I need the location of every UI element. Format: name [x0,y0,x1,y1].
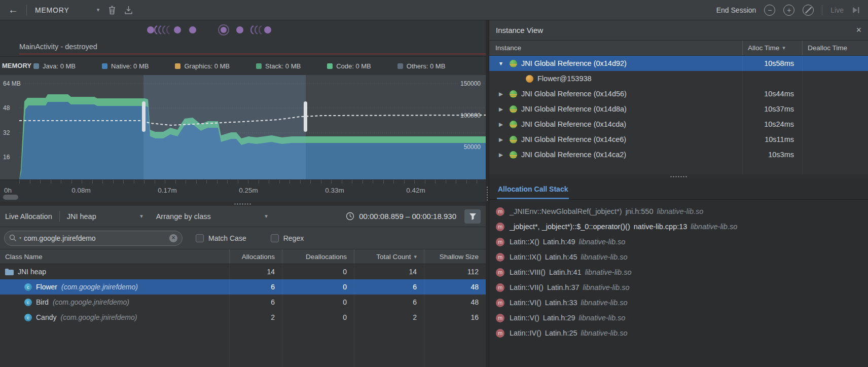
expand-icon[interactable]: ▶ [496,136,505,142]
stack-frame[interactable]: m Latin::V() Latin.h:29 libnative-lib.so [489,310,868,325]
activity-label: MainActivity - destroyed [19,43,97,51]
stack-frame[interactable]: m Latin::IX() Latin.h:45 libnative-lib.s… [489,249,868,265]
end-session-button[interactable]: End Session [716,6,756,14]
instance-row[interactable]: ▶ JNI Global Reference (0x14cda) 10s24ms [489,117,868,132]
column-dealloc-time[interactable]: Dealloc Time [802,41,868,55]
legend-code: Code: 0 MB [327,62,371,70]
session-selector[interactable]: MEMORY ▾ [35,6,100,14]
shallow-size-value: 112 [424,264,486,279]
column-shallow-size[interactable]: Shallow Size [424,249,486,264]
table-row-bird[interactable]: c Bird (com.google.jnirefdemo) 6 0 6 48 [0,295,486,310]
timeline-scrollbar[interactable] [3,195,18,200]
stack-frame[interactable]: m Latin::VII() Latin.h:37 libnative-lib.… [489,280,868,295]
alloc-time-value: 10s11ms [742,132,802,147]
column-allocations[interactable]: Allocations [229,249,282,264]
table-row-flower[interactable]: c Flower (com.google.jnirefdemo) 6 0 6 4… [0,279,486,295]
close-icon[interactable]: × [856,25,861,35]
clear-search-button[interactable]: × [169,234,177,242]
memory-legend: MEMORY Java: 0 MB Native: 0 MB Graphics:… [0,57,486,75]
jni-ref-icon [510,121,517,128]
clock-icon [346,212,354,221]
instance-row[interactable]: ▼ JNI Global Reference (0x14d92) 10s58ms [489,56,868,71]
code-swatch [327,63,333,69]
frame-signature: Latin::X() [510,238,539,246]
column-instance[interactable]: Instance [489,41,742,55]
table-row-candy[interactable]: c Candy (com.google.jnirefdemo) 2 0 2 16 [0,310,486,325]
search-input[interactable] [24,234,167,242]
horizontal-splitter[interactable] [0,202,486,206]
time-axis: 0h 0.08m 0.17m 0.25m 0.33m 0.42m [0,179,486,202]
match-case-checkbox[interactable] [196,234,204,242]
arrange-selector[interactable]: Arrange by class ▾ [156,212,268,221]
horizontal-splitter[interactable] [489,174,868,178]
stack-frame[interactable]: m Latin::VIII() Latin.h:41 libnative-lib… [489,265,868,280]
tab-allocation-call-stack[interactable]: Allocation Call Stack [497,185,569,199]
y-axis-label: 48 [3,104,10,112]
regex-checkbox[interactable] [271,234,279,242]
native-swatch [102,63,107,69]
time-selection-region[interactable] [143,75,306,179]
frame-library: libnative-lib.so [691,223,737,231]
instance-row[interactable]: ▶ JNI Global Reference (0x14d56) 10s44ms [489,86,868,101]
legend-label: Code: 0 MB [336,62,371,70]
x-tick-label: 0.17m [158,187,177,194]
heap-name: JNI heap [18,268,46,276]
stack-frame[interactable]: m Latin::VI() Latin.h:33 libnative-lib.s… [489,295,868,310]
jni-ref-icon [510,136,517,143]
instance-table-header: Instance Alloc Time▾ Dealloc Time [489,41,868,56]
selection-left-handle[interactable] [142,101,146,132]
chevron-down-icon: ▾ [97,7,100,13]
frame-signature: Latin::V() [510,314,539,322]
total-count-value: 14 [354,264,424,279]
instance-row[interactable]: ▶ JNI Global Reference (0x14d8a) 10s37ms [489,101,868,117]
frame-location: Latin.h:49 [543,238,575,246]
activity-lifecycle-bar [19,53,486,55]
minus-icon: − [768,6,772,14]
expand-icon[interactable]: ▶ [496,121,505,127]
regex-option[interactable]: Regex [271,234,304,242]
stack-frame[interactable]: m _JNIEnv::NewGlobalRef(_jobject*) jni.h… [489,204,868,219]
table-row-jni-heap[interactable]: JNI heap 14 0 14 112 [0,264,486,279]
back-button[interactable]: ← [8,4,18,16]
live-button[interactable]: Live [830,6,844,14]
shallow-size-value: 48 [424,279,486,295]
search-options-caret[interactable]: ▾ [19,236,21,240]
expand-icon[interactable]: ▶ [496,91,505,97]
zoom-out-button[interactable]: − [764,5,775,16]
class-package: (com.google.jnirefdemo) [60,313,137,321]
column-alloc-time[interactable]: Alloc Time▾ [742,41,802,55]
stack-frame[interactable]: m _jobject*, _jobject*)::$_0::operator()… [489,219,868,234]
toolbar-separator [59,211,60,222]
method-icon: m [496,268,504,277]
reset-zoom-button[interactable] [803,5,814,16]
zoom-in-button[interactable]: + [783,5,794,16]
frame-signature: Latin::VIII() [510,268,546,276]
class-name: Bird [36,298,49,306]
memory-chart[interactable]: 64 MB 48 32 16 150000 100000 50000 [0,75,486,179]
export-session-button[interactable] [124,6,133,15]
delete-session-button[interactable] [108,6,116,15]
skip-to-end-button[interactable] [852,7,860,14]
alloc-time-value: 10s24ms [742,117,802,132]
selection-right-handle[interactable] [304,101,307,132]
instance-row[interactable]: ▶ JNI Global Reference (0x14ca2) 10s3ms [489,147,868,162]
class-package: (com.google.jnirefdemo) [53,298,129,306]
instance-child-row[interactable]: Flower@153938 [489,71,868,86]
expand-icon[interactable]: ▶ [496,106,505,112]
instance-row[interactable]: ▶ JNI Global Reference (0x14ce6) 10s11ms [489,132,868,147]
stack-frame[interactable]: m Latin::IV() Latin.h:25 libnative-lib.s… [489,325,868,341]
column-class-name[interactable]: Class Name [0,249,229,264]
match-case-option[interactable]: Match Case [196,234,246,242]
stack-frame[interactable]: m Latin::X() Latin.h:49 libnative-lib.so [489,234,868,249]
heap-selector[interactable]: JNI heap ▾ [67,212,143,221]
collapse-icon[interactable]: ▼ [496,60,505,66]
column-deallocations[interactable]: Deallocations [282,249,354,264]
selected-time-range: 00:00:08.859 – 00:00:18.930 [359,212,456,221]
search-field[interactable]: ▾ × [4,231,183,246]
method-icon: m [496,314,504,322]
legend-java: Java: 0 MB [33,62,76,70]
column-total-count[interactable]: Total Count▾ [354,249,424,264]
expand-icon[interactable]: ▶ [496,152,505,158]
filter-button[interactable] [464,209,481,224]
table-empty-area [0,325,486,367]
